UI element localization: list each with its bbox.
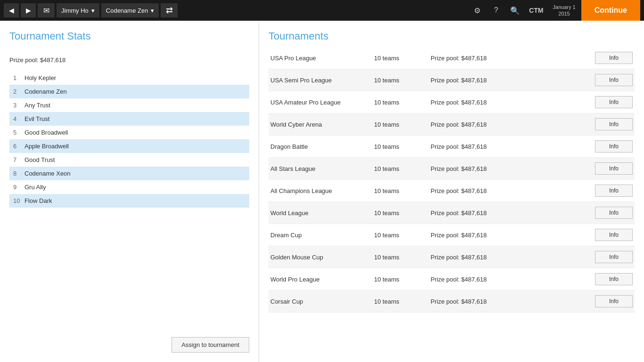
standings-list-item: 1Holy Kepler: [9, 71, 249, 85]
tournament-teams: 10 teams: [374, 99, 431, 106]
mail-button[interactable]: ✉: [38, 3, 55, 17]
standings-list-item: 7Good Trust: [9, 153, 249, 167]
tournament-info-button[interactable]: Info: [595, 74, 633, 86]
tournament-name: USA Semi Pro League: [270, 77, 374, 84]
player-dropdown-icon: ▾: [91, 7, 95, 14]
standings-list-item: 8Codename Xeon: [9, 167, 249, 180]
continue-button[interactable]: Continue: [581, 0, 640, 21]
transfer-button[interactable]: ⇄: [161, 3, 178, 17]
tournament-info-button[interactable]: Info: [595, 140, 633, 153]
tournament-teams: 10 teams: [374, 187, 431, 194]
tournament-prize: Prize pool: $487,618: [431, 209, 595, 217]
right-panel: Tournaments USA Pro League 10 teams Priz…: [259, 21, 644, 362]
tournament-info-button[interactable]: Info: [595, 229, 633, 241]
tournament-info-button[interactable]: Info: [595, 118, 633, 130]
tournament-prize: Prize pool: $487,618: [431, 254, 595, 261]
tournament-teams: 10 teams: [374, 55, 431, 62]
tournament-name: Golden Mouse Cup: [270, 254, 374, 261]
tournament-info-button[interactable]: Info: [595, 273, 633, 285]
standings-list-item: 10Flow Dark: [9, 194, 249, 208]
date-line1: January 1: [553, 4, 575, 10]
assign-btn-container: Assign to tournament: [9, 328, 249, 353]
tournament-info-button[interactable]: Info: [595, 162, 633, 175]
standings-team-name: Any Trust: [24, 102, 245, 109]
standings-rank: 4: [13, 115, 24, 122]
standings-team-name: Gru Ally: [24, 184, 245, 191]
settings-button[interactable]: ⚙: [469, 3, 486, 17]
tournament-row: Golden Mouse Cup 10 teams Prize pool: $4…: [269, 246, 635, 268]
standings-team-name: Good Broadwell: [24, 129, 245, 136]
tournament-teams: 10 teams: [374, 77, 431, 84]
back-button[interactable]: ◀: [4, 3, 19, 17]
team-name: Codename Zen: [106, 7, 148, 14]
tournament-row: World League 10 teams Prize pool: $487,6…: [269, 202, 635, 224]
standings-team-name: Holy Kepler: [24, 74, 245, 81]
tournament-info-button[interactable]: Info: [595, 52, 633, 64]
tournament-prize: Prize pool: $487,618: [431, 276, 595, 283]
tournament-name: Corsair Cup: [270, 298, 374, 305]
tournament-info-button[interactable]: Info: [595, 207, 633, 219]
tournament-teams: 10 teams: [374, 298, 431, 305]
tournament-info-button[interactable]: Info: [595, 96, 633, 108]
tournament-info-button[interactable]: Info: [595, 251, 633, 263]
tournament-info-button[interactable]: Info: [595, 295, 633, 307]
tournament-name: World Cyber Arena: [270, 121, 374, 128]
team-dropdown-icon: ▾: [151, 7, 154, 14]
tournament-prize: Prize pool: $487,618: [431, 298, 595, 305]
tournament-info-button[interactable]: Info: [595, 185, 633, 197]
standings-rank: 2: [13, 88, 24, 95]
tournament-row: All Stars League 10 teams Prize pool: $4…: [269, 158, 635, 180]
standings-team-name: Flow Dark: [24, 197, 245, 204]
standings-rank: 9: [13, 184, 24, 191]
standings-team-name: Codename Xeon: [24, 170, 245, 177]
tournament-teams: 10 teams: [374, 276, 431, 283]
tournament-prize: Prize pool: $487,618: [431, 99, 595, 106]
tournament-teams: 10 teams: [374, 232, 431, 239]
standings-team-name: Codename Zen: [24, 88, 245, 95]
player-name: Jimmy Ho: [61, 7, 89, 14]
tournament-name: USA Pro League: [270, 55, 374, 62]
tournament-row: USA Pro League 10 teams Prize pool: $487…: [269, 47, 635, 69]
player-selector[interactable]: Jimmy Ho ▾: [57, 3, 99, 17]
standings-rank: 7: [13, 156, 24, 163]
tournament-prize: Prize pool: $487,618: [431, 77, 595, 84]
tournament-prize: Prize pool: $487,618: [431, 165, 595, 172]
tournament-row: Dragon Battle 10 teams Prize pool: $487,…: [269, 136, 635, 158]
tournament-row: All Champions League 10 teams Prize pool…: [269, 180, 635, 202]
standings-list-item: 3Any Trust: [9, 98, 249, 112]
standings-team-name: Apple Broadwell: [24, 143, 245, 150]
tournament-teams: 10 teams: [374, 165, 431, 172]
main-content: Tournament Stats Prize pool: $487,618 1H…: [0, 21, 644, 362]
tournament-prize: Prize pool: $487,618: [431, 121, 595, 128]
tournament-prize: Prize pool: $487,618: [431, 187, 595, 194]
team-selector[interactable]: Codename Zen ▾: [101, 3, 159, 17]
tournaments-list[interactable]: USA Pro League 10 teams Prize pool: $487…: [259, 47, 644, 362]
top-navigation: ◀ ▶ ✉ Jimmy Ho ▾ Codename Zen ▾ ⇄ ⚙ ? 🔍 …: [0, 0, 644, 21]
tournament-prize: Prize pool: $487,618: [431, 55, 595, 62]
tournament-row: World Pro League 10 teams Prize pool: $4…: [269, 268, 635, 290]
right-panel-header: Tournaments: [259, 21, 644, 47]
ctm-label: CTM: [525, 7, 547, 14]
standings-list-item: 2Codename Zen: [9, 85, 249, 98]
tournament-stats-title: Tournament Stats: [9, 30, 249, 42]
standings-rank: 3: [13, 102, 24, 109]
standings-rank: 5: [13, 129, 24, 136]
assign-to-tournament-button[interactable]: Assign to tournament: [171, 337, 249, 353]
standings-list-item: 9Gru Ally: [9, 180, 249, 194]
tournaments-title: Tournaments: [269, 30, 635, 42]
tournament-name: Dream Cup: [270, 232, 374, 239]
tournament-row: USA Semi Pro League 10 teams Prize pool:…: [269, 69, 635, 91]
tournament-name: World League: [270, 209, 374, 217]
tournament-name: USA Amateur Pro League: [270, 99, 374, 106]
search-button[interactable]: 🔍: [506, 3, 523, 17]
date-display: January 1 2015: [549, 4, 579, 17]
tournament-prize: Prize pool: $487,618: [431, 143, 595, 150]
standings-list-item: 6Apple Broadwell: [9, 139, 249, 153]
help-button[interactable]: ?: [488, 3, 505, 17]
standings-team-name: Evil Trust: [24, 115, 245, 122]
prize-pool-label: Prize pool: $487,618: [9, 56, 249, 64]
forward-button[interactable]: ▶: [21, 3, 36, 17]
tournament-teams: 10 teams: [374, 209, 431, 217]
standings-rank: 10: [13, 197, 24, 204]
tournament-teams: 10 teams: [374, 254, 431, 261]
